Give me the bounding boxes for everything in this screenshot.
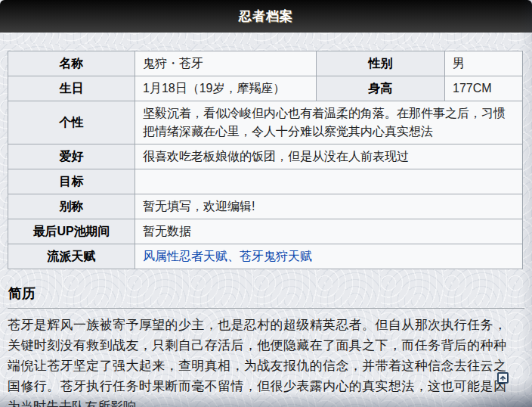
talent-link-souga-onikari[interactable]: 苍牙鬼狩天赋 [240,250,312,263]
field-label-alias: 别称 [8,194,135,219]
field-label-personality: 个性 [8,101,135,144]
table-row: 爱好 很喜欢吃老板娘做的饭团，但是从没在人前表现过 [8,144,523,169]
field-value-height: 177CM [445,76,523,101]
wiki-page: 忍者档案 名称 鬼狩・苍牙 性别 男 生日 1月18日（19岁，摩羯座） 身高 … [0,0,532,407]
field-value-alias: 暂无填写，欢迎编辑! [135,194,523,219]
link-separator: 、 [227,250,240,263]
field-label-goal: 目标 [8,169,135,194]
bio-section-heading: 简历 [8,284,524,309]
table-row: 最后UP池期间 暂无数据 [8,219,523,244]
field-value-gender: 男 [445,51,523,76]
field-label-school-talent: 流派天赋 [8,244,135,269]
field-value-personality: 坚毅沉着，看似冷峻但内心也有着温柔的角落。在那件事之后，习惯把情绪深藏在心里，令… [135,101,523,144]
arrow-up-icon [500,374,506,381]
profile-table: 名称 鬼狩・苍牙 性别 男 生日 1月18日（19岁，摩羯座） 身高 177CM… [8,51,523,269]
field-value-name: 鬼狩・苍牙 [135,51,317,76]
table-row: 流派天赋 风属性忍者天赋、苍牙鬼狩天赋 [8,244,523,269]
table-row: 别称 暂无填写，欢迎编辑! [8,194,523,219]
field-value-hobby: 很喜欢吃老板娘做的饭团，但是从没在人前表现过 [135,144,523,169]
field-label-last-up-pool: 最后UP池期间 [8,219,135,244]
field-label-height: 身高 [317,76,445,101]
content-area: 名称 鬼狩・苍牙 性别 男 生日 1月18日（19岁，摩羯座） 身高 177CM… [0,33,532,407]
bio-paragraph: 苍牙是辉风一族被寄予厚望的少主，也是忍村的超级精英忍者。但自从那次执行任务，关键… [8,315,506,407]
profile-header-title: 忍者档案 [239,9,293,23]
field-label-name: 名称 [8,51,135,76]
profile-header-bar: 忍者档案 [0,0,532,33]
table-row: 名称 鬼狩・苍牙 性别 男 [8,51,523,76]
field-label-gender: 性别 [317,51,445,76]
field-value-last-up-pool: 暂无数据 [135,219,523,244]
table-row: 目标 [8,169,523,194]
field-value-school-talent: 风属性忍者天赋、苍牙鬼狩天赋 [135,244,523,269]
field-label-hobby: 爱好 [8,144,135,169]
talent-link-wind-attribute[interactable]: 风属性忍者天赋 [143,250,227,263]
table-row: 生日 1月18日（19岁，摩羯座） 身高 177CM [8,76,523,101]
field-label-birthday: 生日 [8,76,135,101]
field-value-birthday: 1月18日（19岁，摩羯座） [135,76,317,101]
table-row: 个性 坚毅沉着，看似冷峻但内心也有着温柔的角落。在那件事之后，习惯把情绪深藏在心… [8,101,523,144]
field-value-goal [135,169,523,194]
back-to-top-button[interactable] [497,372,509,384]
